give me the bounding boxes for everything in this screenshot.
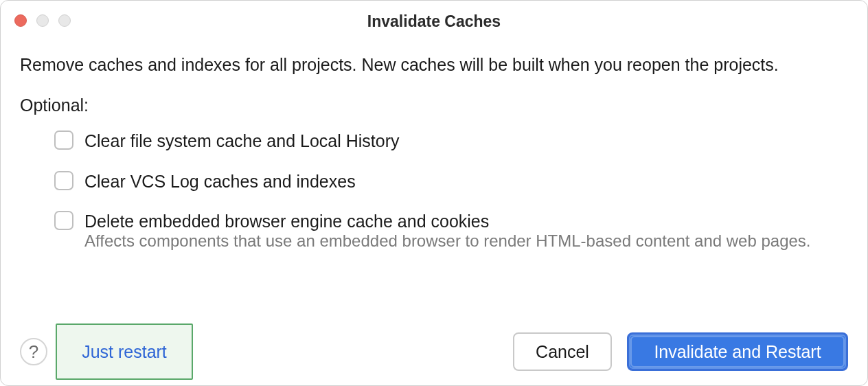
maximize-window-button[interactable] [58,14,71,27]
option-clear-vcs-log: Clear VCS Log caches and indexes [54,170,848,194]
optional-label: Optional: [20,93,848,117]
option-label: Clear file system cache and Local Histor… [84,129,400,153]
button-label: Cancel [536,342,589,362]
titlebar: Invalidate Caches [1,1,867,34]
option-subtext: Affects components that use an embedded … [54,229,848,252]
dialog-title: Invalidate Caches [12,12,856,31]
button-label: Just restart [82,342,167,362]
checkbox-delete-browser-cache[interactable] [54,211,73,230]
minimize-window-button[interactable] [36,14,49,27]
checkbox-clear-vcs-log[interactable] [54,171,73,190]
invalidate-caches-dialog: Invalidate Caches Remove caches and inde… [0,0,868,386]
help-button[interactable]: ? [20,338,47,365]
dialog-content: Remove caches and indexes for all projec… [1,34,867,329]
just-restart-button[interactable]: Just restart [56,323,193,380]
close-window-button[interactable] [14,14,27,27]
invalidate-and-restart-button[interactable]: Invalidate and Restart [627,332,848,371]
window-controls [14,14,71,27]
help-icon: ? [29,341,38,363]
option-label: Clear VCS Log caches and indexes [84,170,356,194]
dialog-footer: ? Just restart Cancel Invalidate and Res… [1,329,867,385]
checkbox-clear-fs-cache[interactable] [54,130,73,150]
cancel-button[interactable]: Cancel [513,332,612,371]
button-label: Invalidate and Restart [654,342,821,362]
option-clear-fs-cache: Clear file system cache and Local Histor… [54,129,848,153]
options-group: Clear file system cache and Local Histor… [20,129,848,252]
dialog-description: Remove caches and indexes for all projec… [20,53,848,77]
